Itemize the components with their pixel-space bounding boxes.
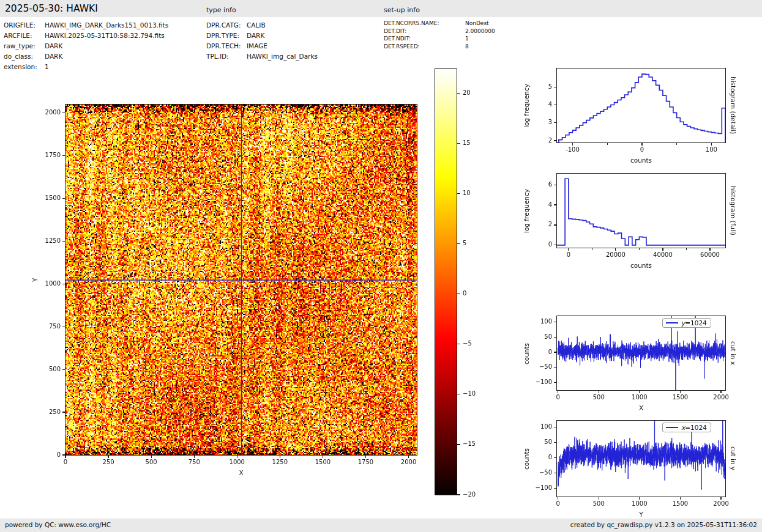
x-axis-label: counts [605,262,678,269]
field-label: DET.NDIT: [384,35,465,43]
colorbar-tick-mark [457,193,460,194]
field-label: DPR.TYPE: [206,31,247,41]
x-tick-label: 100 [695,146,727,153]
file-info-row: do_class:DARK [4,51,168,62]
cut-in-x-plot [556,316,726,391]
x-tick-mark [639,391,640,393]
setup-info-row: DET.NDIT:1 [384,35,495,43]
y-axis-label: counts [523,311,530,396]
y-tick-label: 1750 [34,152,61,158]
x-tick-mark [323,456,323,458]
y-tick-label: 6 [525,181,552,188]
x-tick-label: 40000 [647,251,679,258]
footer-right-text: created by qc_rawdisp.py v1.2.3 on 2025-… [570,521,757,528]
histogram-detail-canvas [557,68,725,142]
x-tick-mark [639,497,640,500]
x-tick-label: 2000 [705,394,737,401]
x-tick-label: 0 [626,146,658,153]
x-tick-mark [365,456,366,458]
field-label: DET.RSPEED: [384,43,465,51]
x-tick-label: 750 [178,459,210,465]
x-axis-label: counts [605,157,678,164]
setup-info-heading: set-up info [384,6,420,14]
x-tick-mark [568,248,569,251]
footer-bar: powered by QC: www.eso.org/HC created by… [0,519,762,532]
field-value: 1 [45,63,49,70]
x-minor-tick-mark [592,248,592,250]
x-tick-label: 1500 [664,500,696,507]
y-tick-label: 0 [525,241,552,248]
field-value: DARK [45,53,62,60]
field-value: 2.0000000 [465,28,495,34]
colorbar [435,68,457,495]
y-tick-label: 2000 [34,109,61,116]
x-tick-label: 1250 [264,459,296,465]
y-tick-label: 0 [525,454,552,460]
x-tick-label: 0 [542,500,574,507]
colorbar-tick-mark [457,494,460,495]
x-tick-mark [720,391,721,393]
x-tick-label: 2000 [393,459,425,465]
y-tick-label: 100 [525,318,552,325]
footer-left-text: powered by QC: www.eso.org/HC [5,521,111,528]
right-side-label: cut in x [730,308,737,399]
colorbar-tick-label: −5 [463,340,472,347]
colorbar-tick-label: −15 [463,440,476,447]
x-tick-mark [65,456,65,458]
colorbar-tick-mark [457,444,460,445]
header-bar: 2025-05-30: HAWKI type info set-up info [0,0,762,17]
x-minor-tick-mark [639,248,640,250]
field-label: TPL.ID: [206,51,247,62]
y-axis-label: log frequency [523,63,530,149]
field-label: do_class: [4,51,45,62]
histogram-full-plot [556,173,726,248]
setup-info-row: DET.RSPEED:8 [384,43,495,51]
field-value: HAWKI.2025-05-31T10:58:32.794.fits [45,32,165,39]
field-label: raw_type: [4,41,45,51]
x-tick-label: 500 [135,459,167,465]
right-side-label: histogram (full) [730,165,737,257]
setup-info-block: DET.NCORRS.NAME:NonDest DET.DIT:2.000000… [384,20,495,50]
y-tick-label: 3 [525,119,552,125]
file-info-row: raw_type:DARK [4,41,168,51]
colorbar-tick-mark [457,294,460,294]
x-tick-mark [408,456,409,458]
x-tick-mark [151,456,152,458]
y-tick-label: −50 [525,363,552,370]
field-label: DET.NCORRS.NAME: [384,20,465,28]
field-label: DPR.TECH: [206,41,247,51]
colorbar-tick-label: −10 [463,390,476,397]
y-axis-label: log frequency [523,168,530,254]
x-tick-mark [194,456,195,458]
dark-frame-image-plot [65,104,417,456]
colorbar-tick-label: −20 [463,491,476,498]
x-tick-label: 500 [583,394,614,401]
x-tick-label: 1000 [624,500,656,507]
x-tick-label: 60000 [694,251,726,258]
y-tick-label: 50 [525,333,552,340]
file-info-row: ORIGFILE:HAWKI_IMG_DARK_Darks151_0013.fi… [4,20,168,31]
x-tick-label: 1000 [221,459,253,465]
x-minor-tick-mark [686,248,687,250]
file-info-row: extension:1 [4,62,168,72]
colorbar-tick-mark [457,93,460,94]
field-value: HAWKI_img_cal_Darks [247,53,318,60]
type-info-row: DPR.CATG:CALIB [206,20,318,31]
field-value: IMAGE [247,42,267,50]
y-tick-label: 1500 [34,194,61,201]
colorbar-tick-mark [457,344,460,344]
x-tick-mark [709,248,710,251]
x-tick-mark [641,143,642,146]
field-label: ORIGFILE: [4,20,45,31]
x-tick-mark [558,497,558,500]
cut-in-y-canvas [557,421,725,497]
field-label: DET.DIT: [384,28,465,35]
x-tick-mark [558,391,558,393]
x-minor-tick-mark [676,143,677,145]
y-tick-label: 0 [525,349,552,355]
x-axis-label: Y [605,511,678,518]
colorbar-tick-label: 0 [463,290,466,297]
file-info-row: ARCFILE:HAWKI.2025-05-31T10:58:32.794.fi… [4,31,168,41]
x-tick-label: 20000 [600,251,632,258]
page-title: 2025-05-30: HAWKI [5,3,98,14]
